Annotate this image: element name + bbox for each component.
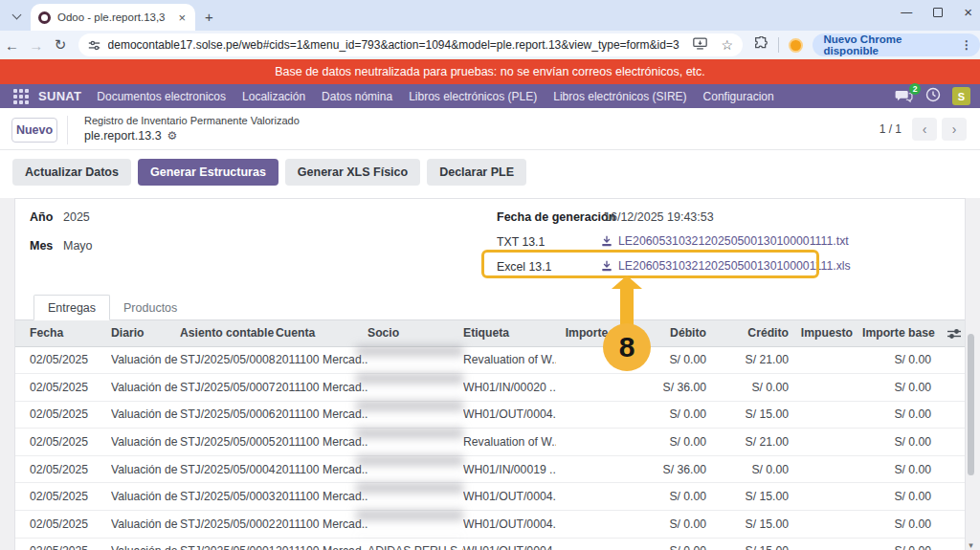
redacted-partner-blur: [356, 337, 463, 538]
chrome-menu-icon[interactable]: ⋮: [961, 38, 972, 52]
new-record-button[interactable]: Nuevo: [11, 118, 57, 143]
cell-impuesto: [798, 374, 862, 402]
toolbar-separator: [778, 37, 779, 53]
cell-etiqueta: WH01/IN/00020 ...: [463, 374, 556, 402]
annotation-arrow-icon: [612, 275, 642, 289]
control-panel: Actualizar DatosGenerar EstructurasGener…: [0, 150, 980, 198]
column-header-diario[interactable]: Diario: [111, 320, 180, 346]
table-row[interactable]: 02/05/2025Valuación de inve...STJ/2025/0…: [15, 511, 966, 539]
nav-menu-localizaci-n[interactable]: Localización: [242, 90, 305, 103]
forward-icon[interactable]: →: [24, 37, 48, 54]
cell-asiento: STJ/2025/05/0002: [180, 511, 276, 539]
cell-credito: S/ 15.00: [716, 511, 798, 539]
window-minimize-button[interactable]: —: [901, 6, 912, 19]
tab-title: Odoo - ple.report.13,3: [57, 11, 169, 23]
table-row[interactable]: 02/05/2025Valuación de inve...STJ/2025/0…: [15, 401, 966, 429]
cell-etiqueta: Revaluation of W...: [463, 429, 556, 456]
install-icon[interactable]: [693, 36, 707, 54]
action-button-generar-xls-f-sico[interactable]: Generar XLS Físico: [285, 159, 420, 186]
settings-gear-icon[interactable]: ⚙: [167, 129, 178, 143]
url-bar[interactable]: democontable17.solse.pe/web#cids=1&menu_…: [78, 33, 743, 56]
pager-next-button[interactable]: ›: [942, 118, 967, 141]
profile-avatar-icon[interactable]: [789, 38, 803, 53]
extensions-icon[interactable]: [754, 36, 768, 55]
cell-spacer: [941, 401, 966, 429]
table-row[interactable]: 02/05/2025Valuación de inve...STJ/2025/0…: [15, 455, 966, 483]
cell-cuenta: 2011100 Mercad...: [276, 455, 368, 483]
nav-menu-libros-electr-nicos-ple[interactable]: Libros electrónicos (PLE): [409, 90, 537, 103]
tab-entregas[interactable]: Entregas: [33, 295, 110, 320]
column-header-cr-dito[interactable]: Crédito: [716, 320, 798, 346]
cell-cuenta: 2011100 Mercad...: [276, 511, 368, 539]
cell-credito: S/ 15.00: [716, 401, 798, 429]
tab-close-icon[interactable]: ×: [176, 11, 188, 25]
cell-asiento: STJ/2025/05/0001: [180, 538, 276, 550]
nav-menu-configuracion[interactable]: Configuracion: [703, 90, 774, 103]
cell-base: S/ 0.00: [862, 429, 941, 456]
column-options-icon[interactable]: [941, 320, 966, 346]
step-number-badge: 8: [603, 323, 651, 371]
cell-diario: Valuación de inve...: [111, 538, 180, 550]
back-icon[interactable]: ←: [0, 37, 24, 54]
bookmark-star-icon[interactable]: ☆: [721, 37, 733, 53]
txt-download-link[interactable]: LE2060531032120250500130100001111.txt: [601, 234, 849, 248]
new-tab-button[interactable]: +: [205, 9, 213, 25]
nav-menu-datos-n-mina[interactable]: Datos nómina: [322, 90, 392, 103]
table-row[interactable]: 02/05/2025Valuación de inve...STJ/2025/0…: [15, 538, 966, 550]
cell-asiento: STJ/2025/05/0004: [180, 455, 276, 483]
window-close-button[interactable]: ×: [964, 4, 972, 20]
breadcrumb-title: Registro de Inventario Permanente Valori…: [84, 115, 300, 126]
table-row[interactable]: 02/05/2025Valuación de inve...STJ/2025/0…: [15, 374, 966, 402]
breadcrumb-divider: [67, 116, 68, 144]
cell-diario: Valuación de inve...: [111, 511, 180, 539]
cell-fecha: 02/05/2025: [15, 511, 111, 539]
action-button-generar-estructuras[interactable]: Generar Estructuras: [138, 159, 278, 186]
month-field[interactable]: Mayo: [63, 239, 93, 253]
cell-credito: S/ 21.00: [716, 346, 798, 374]
chrome-update-button[interactable]: Nuevo Chrome disponible ⋮: [813, 33, 980, 56]
apps-grid-icon[interactable]: [13, 89, 29, 104]
column-header-importe-base[interactable]: Importe base: [862, 320, 941, 346]
cell-base: S/ 0.00: [862, 538, 941, 550]
user-avatar[interactable]: S: [952, 87, 970, 105]
column-header-cuenta[interactable]: Cuenta: [276, 320, 368, 346]
tab-search-icon[interactable]: [8, 8, 25, 25]
cell-fecha: 02/05/2025: [15, 346, 111, 374]
pager-previous-button[interactable]: ‹: [912, 118, 937, 141]
cell-divisa: [556, 511, 655, 539]
messages-icon[interactable]: 2: [895, 89, 914, 104]
column-header-d-bito[interactable]: Débito: [655, 320, 716, 346]
year-field[interactable]: 2025: [63, 210, 90, 224]
cell-fecha: 02/05/2025: [15, 429, 111, 456]
column-header-asiento-contable[interactable]: Asiento contable: [180, 320, 276, 346]
column-header-fecha[interactable]: Fecha: [15, 320, 111, 346]
reload-icon[interactable]: ↻: [48, 36, 72, 54]
browser-tab[interactable]: Odoo - ple.report.13,3 ×: [31, 4, 195, 31]
scrollbar-down-arrow[interactable]: ▾: [967, 540, 975, 550]
nav-menu-libros-electr-nicos-sire[interactable]: Libros electrónicos (SIRE): [553, 90, 686, 103]
action-button-actualizar-datos[interactable]: Actualizar Datos: [12, 159, 131, 186]
brand-sunat[interactable]: SUNAT: [38, 89, 81, 103]
column-header-impuesto[interactable]: Impuesto: [798, 320, 862, 346]
record-pager: 1 / 1: [880, 122, 902, 136]
table-scrollbar[interactable]: ▾: [967, 330, 975, 550]
cell-spacer: [941, 374, 966, 402]
column-header-etiqueta[interactable]: Etiqueta: [463, 320, 556, 346]
tab-productos[interactable]: Productos: [110, 295, 190, 320]
download-icon[interactable]: [601, 235, 612, 247]
activities-clock-icon[interactable]: [925, 87, 941, 106]
cell-debito: S/ 36.00: [655, 455, 716, 483]
cell-cuenta: 2011100 Mercad...: [276, 429, 368, 456]
action-button-declarar-ple[interactable]: Declarar PLE: [427, 159, 526, 186]
window-maximize-button[interactable]: [933, 8, 943, 17]
site-settings-icon[interactable]: [88, 39, 100, 52]
cell-asiento: STJ/2025/05/0008: [180, 346, 276, 374]
scrollbar-thumb[interactable]: [968, 334, 974, 475]
table-row[interactable]: 02/05/2025Valuación de inve...STJ/2025/0…: [15, 429, 966, 456]
cell-debito: S/ 36.00: [655, 374, 716, 402]
table-row[interactable]: 02/05/2025Valuación de inve...STJ/2025/0…: [15, 346, 966, 374]
table-row[interactable]: 02/05/2025Valuación de inve...STJ/2025/0…: [15, 483, 966, 511]
nav-menu-documentos-electronicos[interactable]: Documentos electronicos: [97, 90, 226, 103]
cell-etiqueta: WH01/OUT/0004...: [463, 511, 556, 539]
cell-fecha: 02/05/2025: [15, 455, 111, 483]
